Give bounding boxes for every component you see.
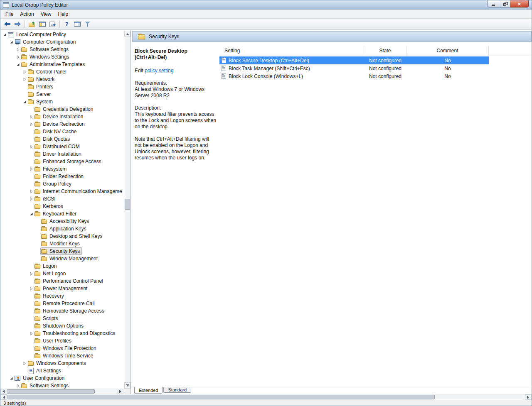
tree-item-windows-time-service[interactable]: Windows Time Service <box>0 352 123 360</box>
expand-toggle-icon[interactable] <box>29 190 34 193</box>
close-button[interactable]: × <box>510 0 529 7</box>
help-button[interactable]: ? <box>62 20 72 29</box>
tree-item-security-keys[interactable]: Security Keys <box>0 247 123 255</box>
menu-action[interactable]: Action <box>17 10 37 18</box>
collapse-toggle-icon[interactable] <box>22 100 27 104</box>
expand-toggle-icon[interactable] <box>22 362 27 365</box>
expand-toggle-icon[interactable] <box>29 145 34 149</box>
export-list-button[interactable] <box>47 20 58 29</box>
menu-help[interactable]: Help <box>55 10 72 18</box>
tab-standard[interactable]: Standard <box>163 387 191 393</box>
tree-vertical-scrollbar[interactable] <box>124 31 131 389</box>
tree-item-user-configuration[interactable]: User Configuration <box>0 374 123 382</box>
tree-item-modifier-keys[interactable]: Modifier Keys <box>0 240 123 247</box>
expand-toggle-icon[interactable] <box>29 167 34 171</box>
tree-item-folder-redirection[interactable]: Folder Redirection <box>0 173 123 180</box>
expand-toggle-icon[interactable] <box>15 384 20 388</box>
scroll-left-button[interactable] <box>0 389 6 394</box>
tree-item-software-settings[interactable]: Software Settings <box>0 46 123 53</box>
scroll-down-button[interactable] <box>124 382 131 389</box>
tree-item-internet-communication-manageme[interactable]: Internet Communication Manageme <box>0 188 123 195</box>
tree-item-performance-control-panel[interactable]: Performance Control Panel <box>0 277 123 285</box>
expand-toggle-icon[interactable] <box>29 115 34 119</box>
expand-toggle-icon[interactable] <box>29 332 34 335</box>
tree-item-disk-nv-cache[interactable]: Disk NV Cache <box>0 128 123 135</box>
tree-item-server[interactable]: Server <box>0 90 123 98</box>
tree-item-recovery[interactable]: Recovery <box>0 292 123 300</box>
tree-item-kerberos[interactable]: Kerberos <box>0 203 123 210</box>
tree-item-group-policy[interactable]: Group Policy <box>0 180 123 188</box>
tree-item-all-settings[interactable]: All Settings <box>0 367 123 374</box>
filter-options-button[interactable] <box>82 20 93 29</box>
tree-item-device-installation[interactable]: Device Installation <box>0 113 123 120</box>
window-horizontal-scrollbar[interactable] <box>0 394 532 400</box>
tree-item-windows-components[interactable]: Windows Components <box>0 360 123 367</box>
scroll-right-button[interactable] <box>118 389 123 394</box>
tree-item-keyboard-filter[interactable]: Keyboard Filter <box>0 210 123 218</box>
expand-toggle-icon[interactable] <box>15 48 20 51</box>
edit-policy-setting-link[interactable]: policy setting <box>145 68 173 73</box>
tree-item-device-redirection[interactable]: Device Redirection <box>0 120 123 128</box>
show-hide-console-tree-button[interactable] <box>37 20 47 29</box>
scroll-right-button[interactable] <box>525 394 532 400</box>
column-header-comment[interactable]: Comment <box>406 46 489 56</box>
tree-item-removable-storage-access[interactable]: Removable Storage Access <box>0 307 123 315</box>
forward-button[interactable] <box>12 20 23 29</box>
tree-item-logon[interactable]: Logon <box>0 262 123 270</box>
tree-item-filesystem[interactable]: Filesystem <box>0 165 123 173</box>
horizontal-scroll-thumb[interactable] <box>7 395 435 399</box>
tree-item-remote-procedure-call[interactable]: Remote Procedure Call <box>0 300 123 307</box>
tree-item-driver-installation[interactable]: Driver Installation <box>0 150 123 158</box>
tree-horizontal-scrollbar[interactable] <box>0 389 123 394</box>
tree-item-application-keys[interactable]: Application Keys <box>0 225 123 232</box>
menu-file[interactable]: File <box>2 10 17 18</box>
expand-toggle-icon[interactable] <box>29 122 34 126</box>
collapse-toggle-icon[interactable] <box>15 63 20 66</box>
tree-item-software-settings[interactable]: Software Settings <box>0 382 123 389</box>
back-button[interactable] <box>2 20 12 29</box>
up-one-level-button[interactable] <box>27 20 37 29</box>
scroll-up-button[interactable] <box>124 31 131 37</box>
collapse-toggle-icon[interactable] <box>29 212 34 216</box>
tree-item-scripts[interactable]: Scripts <box>0 315 123 322</box>
tree-item-local-computer-policy[interactable]: Local Computer Policy <box>0 31 123 38</box>
tree-item-disk-quotas[interactable]: Disk Quotas <box>0 135 123 143</box>
collapse-toggle-icon[interactable] <box>9 40 14 44</box>
tree-item-window-management[interactable]: Window Management <box>0 255 123 262</box>
expand-toggle-icon[interactable] <box>29 287 34 291</box>
tree-item-distributed-com[interactable]: Distributed COM <box>0 143 123 150</box>
tree-item-power-management[interactable]: Power Management <box>0 285 123 292</box>
tree-item-enhanced-storage-access[interactable]: Enhanced Storage Access <box>0 158 123 165</box>
scroll-left-button[interactable] <box>0 394 7 400</box>
expand-toggle-icon[interactable] <box>29 272 34 276</box>
setting-row-block-lock-console-windows-l[interactable]: Block Lock Console (Windows+L)Not config… <box>219 72 489 80</box>
tree-item-credentials-delegation[interactable]: Credentials Delegation <box>0 105 123 113</box>
expand-toggle-icon[interactable] <box>15 55 20 59</box>
tree-item-troubleshooting-and-diagnostics[interactable]: Troubleshooting and Diagnostics <box>0 330 123 337</box>
tree-item-printers[interactable]: Printers <box>0 83 123 90</box>
tree-item-network[interactable]: Network <box>0 76 123 83</box>
expand-toggle-icon[interactable] <box>22 70 27 74</box>
tree-item-net-logon[interactable]: Net Logon <box>0 270 123 277</box>
tree-item-control-panel[interactable]: Control Panel <box>0 68 123 76</box>
tree-item-windows-file-protection[interactable]: Windows File Protection <box>0 345 123 352</box>
menu-view[interactable]: View <box>37 10 55 18</box>
restore-button[interactable] <box>499 0 510 7</box>
tree-item-user-profiles[interactable]: User Profiles <box>0 337 123 345</box>
setting-row-block-secure-desktop-ctrl-alt-del[interactable]: Block Secure Desktop (Ctrl+Alt+Del)Not c… <box>219 56 489 64</box>
vertical-scroll-thumb[interactable] <box>125 199 130 210</box>
minimize-button[interactable] <box>488 0 499 7</box>
tree-item-administrative-templates[interactable]: Administrative Templates <box>0 61 123 68</box>
tree-item-shutdown-options[interactable]: Shutdown Options <box>0 322 123 330</box>
tree-item-computer-configuration[interactable]: Computer Configuration <box>0 38 123 46</box>
title-bar[interactable]: Local Group Policy Editor × <box>0 0 532 10</box>
tree-item-windows-settings[interactable]: Windows Settings <box>0 53 123 61</box>
column-header-state[interactable]: State <box>364 46 406 56</box>
setting-row-block-task-manager-shift-ctrl-esc[interactable]: Block Task Manager (Shift+Ctrl+Esc)Not c… <box>219 64 489 72</box>
tree-item-accessibility-keys[interactable]: Accessibility Keys <box>0 218 123 225</box>
expand-toggle-icon[interactable] <box>22 78 27 81</box>
tree-item-desktop-and-shell-keys[interactable]: Desktop and Shell Keys <box>0 232 123 240</box>
column-header-setting[interactable]: Setting <box>219 46 364 56</box>
collapse-toggle-icon[interactable] <box>2 33 7 37</box>
tree-item-iscsi[interactable]: iSCSI <box>0 195 123 203</box>
